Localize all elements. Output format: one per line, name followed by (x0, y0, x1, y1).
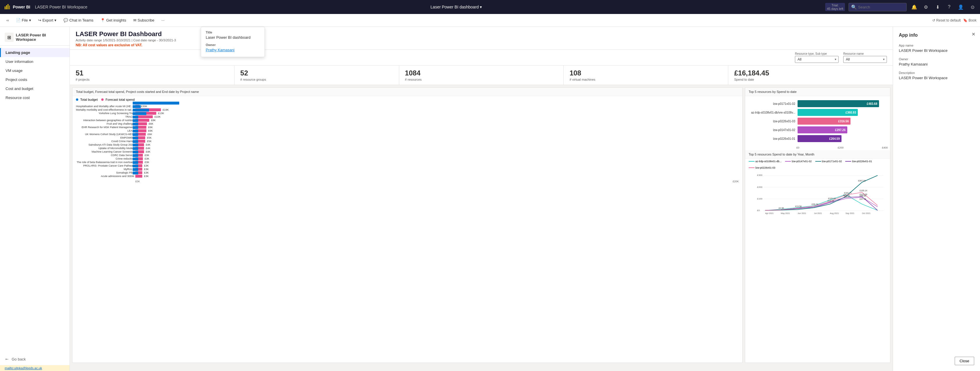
resource-name-filter: Resource name All (843, 52, 887, 63)
bar-track: £3K (135, 157, 739, 160)
svg-text:Oct 2021: Oct 2021 (862, 213, 870, 214)
kpi-projects-value: 51 (76, 69, 228, 77)
chat-in-teams-button[interactable]: 💬 Chat in Teams (60, 17, 96, 24)
svg-text:Aug 2021: Aug 2021 (830, 213, 839, 215)
budget-bar (133, 137, 138, 139)
bar-track-blue (133, 175, 138, 178)
hbar-fill: £264.59 (797, 135, 842, 142)
download-icon[interactable]: ⬇ (934, 4, 942, 10)
main-layout: ⊞ LASER Power BI Workspace Landing page … (0, 27, 980, 371)
close-button[interactable]: Close (955, 357, 974, 365)
export-button[interactable]: ↪ Export ▾ (35, 17, 60, 24)
right-charts: Top 5 resources by Spend to date lzw-p01… (745, 87, 890, 363)
svg-rect-2 (8, 4, 8, 9)
hbar-label: lzw-p0171v01-02 (749, 102, 795, 106)
budget-bar (133, 103, 179, 104)
hbar-row: lzw-p0226v01-01 £264.59 (749, 135, 886, 142)
back-arrow-icon: ← (5, 357, 9, 362)
hbar-fill: £483.68 (797, 100, 879, 107)
bar-pink-value: £10K (154, 115, 161, 118)
budget-bar (133, 147, 138, 150)
bar-axis-0: £0K (135, 180, 140, 183)
bar-label: Covid Crime Harms (76, 140, 134, 143)
subscribe-button[interactable]: ✉ Subscribe (130, 17, 158, 24)
hbar-track: £264.59 (797, 135, 886, 142)
account-icon[interactable]: 👤 (957, 4, 965, 10)
budget-bar (133, 133, 138, 136)
total-budget-legend: Total budget (76, 98, 98, 101)
user-icon[interactable]: ⊙ (968, 4, 977, 10)
bar-row: MyRULE £3K (76, 168, 739, 171)
settings-icon[interactable]: ⚙ (922, 4, 930, 10)
bar-label: LEAP (76, 129, 134, 132)
bar-track: £10K (135, 115, 739, 118)
bar-label: The role of beta thalassemia trait in ir… (76, 161, 134, 164)
bar-track: £3K (135, 175, 739, 178)
sidebar-item-landing[interactable]: Landing page (0, 48, 70, 57)
legend-line-color (845, 161, 851, 162)
file-button[interactable]: 📄 File ▾ (13, 17, 34, 24)
get-insights-button[interactable]: 📍 Get insights (97, 17, 129, 24)
bar-row: Sainsburys ATI Data Study Group 2021 £4K (76, 143, 739, 146)
footer-email[interactable]: mailto:uitpka@leeds.ac.uk (0, 365, 70, 371)
resource-type-select[interactable]: All (795, 56, 838, 63)
svg-text:£52.27: £52.27 (844, 196, 851, 198)
legend-line-color (749, 161, 754, 162)
sidebar-item-project-costs[interactable]: Project costs (0, 75, 70, 84)
dropdown-owner-label: Owner (201, 42, 264, 47)
bar-label: PROLARIS- Prostate Cancer Care Pathway (76, 164, 134, 167)
sidebar-footer[interactable]: ← Go back (0, 353, 70, 365)
bar-row: Machine Learning Cancer Screening £4K (76, 150, 739, 153)
svg-text:£300: £300 (757, 174, 763, 177)
app-info-panel: ✕ App info App name LASER Power BI Works… (893, 27, 980, 371)
sidebar-item-resource-cost[interactable]: Resource cost (0, 93, 70, 102)
dashboard-title-button[interactable]: Laser Power BI dashboard ▾ (431, 5, 482, 9)
svg-text:£13.58: £13.58 (795, 205, 802, 207)
bar-row: UK Womens Cohort Study (UKWCS-HES) £6K (76, 133, 739, 136)
bookmark-button[interactable]: 🔖 Book (963, 18, 977, 22)
hbar-row: lzw-p0226v01-03 £316.56 (749, 118, 886, 125)
kpi-resources-label: # resources (405, 78, 558, 81)
budget-bar (133, 171, 138, 174)
cost-budget-label: Cost and budget (6, 86, 33, 91)
resource-name-select-wrapper[interactable]: All (843, 56, 887, 63)
bar-label: Yorkshire Lung Screening Trial (76, 112, 134, 115)
svg-text:£182.71: £182.71 (844, 192, 852, 194)
bar-row: EMPOWER £5K (76, 136, 739, 139)
nav-back-button[interactable]: ‹‹ (3, 17, 12, 24)
resource-type-select-wrapper[interactable]: All (795, 56, 838, 63)
search-input[interactable] (858, 5, 904, 9)
bar-row: Covid Crime Harms £5K (76, 140, 739, 143)
resource-name-select[interactable]: All (843, 56, 887, 63)
hbar-label: lzw-p0147v01-02 (749, 128, 795, 132)
more-options-button[interactable]: ··· (159, 17, 168, 24)
bar-row: Crime reduction £3K (76, 157, 739, 160)
hbar-track: £360.93 (797, 109, 886, 116)
sidebar-item-cost-budget[interactable]: Cost and budget (0, 84, 70, 93)
bar-label: Fruit and Veg challenge (76, 122, 134, 125)
search-box[interactable]: 🔍 (848, 3, 907, 11)
forecast-spend-legend: Forecast total spend (101, 98, 135, 101)
svg-text:£12.16: £12.16 (827, 200, 834, 202)
help-icon[interactable]: ? (945, 4, 953, 10)
dropdown-owner-value[interactable]: Prathy Kamasani (201, 47, 264, 54)
reset-to-default-button[interactable]: ↺ Reset to default (932, 18, 961, 22)
legend-label: az-lrdp-s0108v01-db... (756, 160, 781, 163)
vat-notice: NB: All cost values are exclusive of VAT… (76, 43, 887, 47)
svg-text:May 2021: May 2021 (781, 213, 790, 215)
bar-pink-value: £13K (158, 112, 164, 115)
bar-track: £19K (135, 108, 739, 111)
search-icon: 🔍 (851, 4, 857, 10)
description-label: Description (899, 71, 974, 75)
sidebar-item-vm-usage[interactable]: VM usage (0, 66, 70, 75)
sidebar-item-user-information[interactable]: User information (0, 57, 70, 66)
bar-row: Acute admissions and 30DM £3K (76, 175, 739, 178)
kpi-resource-groups-value: 52 (240, 69, 393, 77)
notification-icon[interactable]: 🔔 (910, 4, 918, 10)
line-chart-area: £300 £200 £100 £0 Apr 2021 May 2021 (745, 170, 890, 363)
kpi-projects: 51 # projects (70, 66, 234, 85)
close-panel-icon[interactable]: ✕ (972, 32, 975, 37)
svg-text:£155.14: £155.14 (859, 190, 867, 192)
kpi-projects-label: # projects (76, 78, 228, 81)
app-info-title: App info (899, 33, 974, 38)
